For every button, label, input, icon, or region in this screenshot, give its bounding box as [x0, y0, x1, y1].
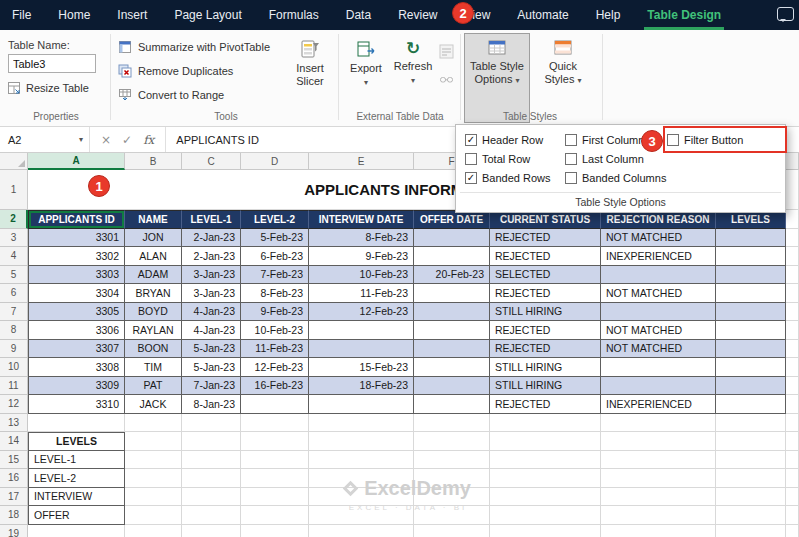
cell-f8[interactable]	[414, 321, 490, 340]
unlink-icon[interactable]	[439, 72, 454, 87]
cell-h7[interactable]	[601, 303, 716, 322]
cell-e10[interactable]: 15-Feb-23	[309, 358, 414, 377]
cell-g13[interactable]	[490, 414, 601, 433]
cell-g10[interactable]: STILL HIRING	[490, 358, 601, 377]
cell-h13[interactable]	[601, 414, 716, 433]
summarize-with-pivottable-button[interactable]: Summarize with PivotTable	[118, 38, 270, 55]
cell-b7[interactable]: BOYD	[125, 303, 182, 322]
tab-table-design[interactable]: Table Design	[647, 0, 721, 30]
cell-h8[interactable]: NOT MATCHED	[601, 321, 716, 340]
cell-e9[interactable]	[309, 340, 414, 359]
cell-b14[interactable]	[125, 432, 182, 451]
cell-f11[interactable]	[414, 377, 490, 396]
cell-e7[interactable]: 12-Feb-23	[309, 303, 414, 322]
cell-b13[interactable]	[125, 414, 182, 433]
column-header-b[interactable]: B	[125, 153, 182, 170]
table-header-level-1[interactable]: LEVEL-1	[182, 210, 241, 229]
row-header-9[interactable]: 9	[0, 340, 28, 359]
cell-a6[interactable]: 3304	[28, 284, 125, 303]
cell-e5[interactable]: 10-Feb-23	[309, 266, 414, 285]
cell-b18[interactable]	[125, 506, 182, 525]
cell-d10[interactable]: 12-Feb-23	[241, 358, 309, 377]
cell-spacer-11[interactable]	[786, 377, 799, 396]
cell-d4[interactable]: 6-Feb-23	[241, 247, 309, 266]
cell-f3[interactable]	[414, 229, 490, 248]
cell-h4[interactable]: INEXPERIENCED	[601, 247, 716, 266]
cell-e14[interactable]	[309, 432, 414, 451]
refresh-button[interactable]: ↻ Refresh▾	[390, 33, 436, 123]
row-header-17[interactable]: 17	[0, 488, 28, 507]
cell-b3[interactable]: JON	[125, 229, 182, 248]
cell-c6[interactable]: 3-Jan-23	[182, 284, 241, 303]
cell-d16[interactable]	[241, 469, 309, 488]
cell-i4[interactable]	[716, 247, 786, 266]
cell-spacer-15[interactable]	[786, 451, 799, 470]
cell-e17[interactable]	[309, 488, 414, 507]
cell-spacer-13[interactable]	[786, 414, 799, 433]
cell-d14[interactable]	[241, 432, 309, 451]
cell-f19[interactable]	[414, 525, 490, 537]
cell-b10[interactable]: TIM	[125, 358, 182, 377]
cell-f5[interactable]: 20-Feb-23	[414, 266, 490, 285]
cell-spacer-19[interactable]	[786, 525, 799, 537]
row-header-12[interactable]: 12	[0, 395, 28, 414]
cell-i19[interactable]	[716, 525, 786, 537]
cell-b4[interactable]: ALAN	[125, 247, 182, 266]
cell-e13[interactable]	[309, 414, 414, 433]
cell-h15[interactable]	[601, 451, 716, 470]
tab-page-layout[interactable]: Page Layout	[174, 0, 241, 30]
cell-b16[interactable]	[125, 469, 182, 488]
cell-h17[interactable]	[601, 488, 716, 507]
cell-h11[interactable]	[601, 377, 716, 396]
row-header-3[interactable]: 3	[0, 229, 28, 248]
cell-g11[interactable]: STILL HIRING	[490, 377, 601, 396]
cell-e12[interactable]	[309, 395, 414, 414]
row-header-6[interactable]: 6	[0, 284, 28, 303]
export-button[interactable]: Export▾	[344, 33, 388, 123]
row-header-7[interactable]: 7	[0, 303, 28, 322]
cell-b11[interactable]: PAT	[125, 377, 182, 396]
cell-spacer-17[interactable]	[786, 488, 799, 507]
cell-e4[interactable]: 9-Feb-23	[309, 247, 414, 266]
cell-e15[interactable]	[309, 451, 414, 470]
cancel-icon[interactable]: ×	[101, 133, 111, 147]
cell-d5[interactable]: 7-Feb-23	[241, 266, 309, 285]
cell-f6[interactable]	[414, 284, 490, 303]
select-all-corner[interactable]	[0, 153, 28, 170]
cell-i17[interactable]	[716, 488, 786, 507]
cell-d3[interactable]: 5-Feb-23	[241, 229, 309, 248]
checkbox-first-column[interactable]	[565, 134, 577, 146]
cell-b12[interactable]: JACK	[125, 395, 182, 414]
cell-h16[interactable]	[601, 469, 716, 488]
cell-h14[interactable]	[601, 432, 716, 451]
tab-help[interactable]: Help	[596, 0, 621, 30]
cell-d7[interactable]: 9-Feb-23	[241, 303, 309, 322]
cell-i8[interactable]	[716, 321, 786, 340]
cell-a10[interactable]: 3308	[28, 358, 125, 377]
cell-e19[interactable]	[309, 525, 414, 537]
menu-item-banded-rows[interactable]: ✓Banded Rows	[465, 168, 565, 187]
cell-c12[interactable]: 8-Jan-23	[182, 395, 241, 414]
cell-h10[interactable]	[601, 358, 716, 377]
tab-automate[interactable]: Automate	[517, 0, 568, 30]
tab-home[interactable]: Home	[58, 0, 90, 30]
cell-d17[interactable]	[241, 488, 309, 507]
cell-g9[interactable]: REJECTED	[490, 340, 601, 359]
cell-a18[interactable]: OFFER	[28, 506, 125, 525]
cell-c11[interactable]: 7-Jan-23	[182, 377, 241, 396]
checkbox-filter-button[interactable]	[667, 134, 679, 146]
insert-slicer-button[interactable]: Insert Slicer	[286, 33, 334, 123]
cell-e8[interactable]	[309, 321, 414, 340]
row-header-15[interactable]: 15	[0, 451, 28, 470]
cell-c16[interactable]	[182, 469, 241, 488]
cell-b6[interactable]: BRYAN	[125, 284, 182, 303]
cell-f15[interactable]	[414, 451, 490, 470]
cell-spacer-18[interactable]	[786, 506, 799, 525]
cell-g12[interactable]: REJECTED	[490, 395, 601, 414]
row-header-8[interactable]: 8	[0, 321, 28, 340]
cell-spacer-14[interactable]	[786, 432, 799, 451]
cell-c4[interactable]: 2-Jan-23	[182, 247, 241, 266]
cell-e18[interactable]	[309, 506, 414, 525]
cell-d18[interactable]	[241, 506, 309, 525]
cell-c17[interactable]	[182, 488, 241, 507]
